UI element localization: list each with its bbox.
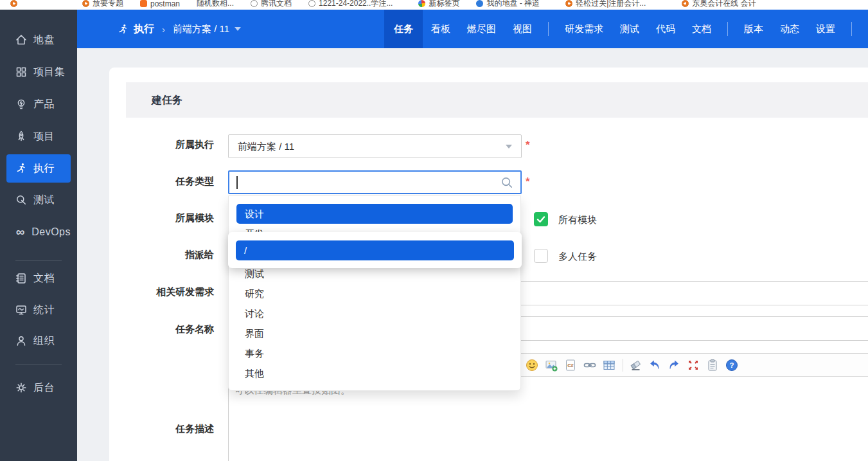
bookmark-item[interactable]: 东奥会计在线 会计 [682,0,756,9]
tab-test[interactable]: 测试 [620,23,639,35]
globe-favicon-icon [251,0,258,7]
breadcrumb-section[interactable]: 执行 [134,23,154,36]
favicon-icon [10,0,17,7]
sidebar-item-label: 地盘 [33,33,55,47]
redo-icon[interactable] [667,358,681,372]
bookmark-label: 新标签页 [429,0,459,9]
people-icon [15,334,28,347]
tab-task[interactable]: 任务 [384,10,423,48]
all-modules-checkbox[interactable] [534,212,548,226]
tab-divider [851,22,852,36]
bookmark-item[interactable]: 放要专题 [82,0,123,9]
all-modules-label: 所有模块 [558,214,597,226]
tab-build[interactable]: 版本 [744,23,763,35]
task-type-input[interactable] [228,170,522,194]
tab-settings[interactable]: 设置 [816,23,835,35]
bookmark-item[interactable]: 1221-24-2022..学注... [308,0,393,9]
sidebar-item-label: 项目集 [33,66,66,79]
tab-doc[interactable]: 文档 [692,23,711,35]
chevron-right-icon: › [162,24,165,35]
search-icon [500,176,514,190]
svg-text:C#: C# [567,362,574,368]
favicon-icon [476,0,483,7]
breadcrumb: 执行 › 前端方案 / 11 [117,10,241,48]
emoticon-icon[interactable] [525,358,539,372]
tab-code[interactable]: 代码 [656,23,675,35]
bookmark-item[interactable]: 我的地盘 - 禅道 [476,0,540,9]
paste-icon[interactable] [705,358,720,372]
monitor-icon [15,303,28,316]
required-asterisk: * [526,176,530,188]
sidebar-divider [15,260,62,261]
check-icon [534,212,548,226]
bookmark-label: 放要专题 [93,0,123,9]
code-icon[interactable]: C# [563,358,578,372]
tab-kanban[interactable]: 看板 [431,23,450,35]
runner-icon [117,23,129,35]
sidebar-item-doc[interactable]: 文档 [6,264,71,293]
bookmark-item[interactable]: 新标签页 [418,0,459,9]
sidebar-item-label: 测试 [33,194,55,207]
execution-select-value: 前端方案 / 11 [238,141,294,152]
image-icon[interactable] [544,358,558,372]
bookmark-label: 腾讯文档 [261,0,292,9]
dropdown-option-study[interactable]: 研究 [229,284,520,303]
zentao-app: 放要专题 postman 随机数相... 腾讯文档 1221-24-2022..… [0,0,868,461]
dropdown-option-root-module[interactable]: / [236,240,514,260]
browser-bookmarks-bar: 放要专题 postman 随机数相... 腾讯文档 1221-24-2022..… [0,0,868,10]
undo-icon[interactable] [648,358,662,372]
navbar-tabs: 任务 看板 燃尽图 视图 研发需求 测试 代码 文档 版本 动态 设置 [384,10,860,48]
field-label-execution: 所属执行 [96,139,214,151]
bookmark-label: 随机数相... [197,0,234,9]
project-switcher[interactable]: 前端方案 / 11 [173,23,229,35]
chevron-down-icon [506,145,512,149]
multi-task-checkbox[interactable] [534,249,548,263]
bookmark-label: 1221-24-2022..学注... [319,0,393,9]
tab-burndown[interactable]: 燃尽图 [467,23,496,35]
sidebar-item-org[interactable]: 组织 [6,327,71,355]
help-icon[interactable]: ? [725,358,739,372]
text-cursor [236,176,238,189]
link-icon[interactable] [583,358,597,372]
field-label-name: 任务名称 [96,323,214,336]
field-label-type: 任务类型 [96,176,214,188]
bookmark-item[interactable] [10,0,21,7]
execution-select[interactable]: 前端方案 / 11 [228,134,522,158]
bookmark-item[interactable]: 腾讯文档 [251,0,292,9]
dropdown-option-discuss[interactable]: 讨论 [229,303,520,323]
multi-task-label: 多人任务 [558,251,597,263]
sidebar-item-label: 统计 [33,303,55,317]
dropdown-option-design[interactable]: 设计 [236,204,513,224]
dropdown-option-affair[interactable]: 事务 [229,343,520,363]
bulb-icon [15,98,28,111]
dropdown-option-misc[interactable]: 其他 [229,363,520,383]
sidebar-item-execution[interactable]: 执行 [6,154,71,183]
sidebar-item-admin[interactable]: 后台 [6,374,71,402]
tab-story[interactable]: 研发需求 [565,23,603,35]
sidebar-item-product[interactable]: 产品 [6,90,71,118]
sidebar-item-report[interactable]: 统计 [6,296,71,324]
table-icon[interactable] [602,358,616,372]
dropdown-option-ui[interactable]: 界面 [229,323,520,343]
tab-view[interactable]: 视图 [513,23,532,35]
favicon-icon [82,0,89,7]
eraser-icon[interactable] [628,358,642,372]
sidebar-item-label: 执行 [33,162,55,176]
form-title-bar: 建任务 [126,82,868,118]
bookmark-item[interactable]: postman [140,0,180,8]
module-dropdown: / [228,232,522,268]
fullscreen-icon[interactable] [686,358,700,372]
sidebar-item-devops[interactable]: ∞ DevOps [6,218,71,246]
bookmark-item[interactable]: 随机数相... [197,0,234,9]
bookmarks-row: 放要专题 postman 随机数相... 腾讯文档 1221-24-2022..… [10,0,773,9]
magnifier-icon [15,194,28,206]
sidebar-item-project[interactable]: 项目 [6,122,71,150]
field-label-story: 相关研发需求 [96,286,214,298]
sidebar-item-program[interactable]: 项目集 [6,58,71,86]
bookmark-item[interactable]: 轻松过关|注册会计... [565,0,646,9]
bookmark-label: 轻松过关|注册会计... [576,0,646,9]
sidebar-item-dashboard[interactable]: 地盘 [6,26,71,54]
tab-dynamic[interactable]: 动态 [780,23,799,35]
sidebar-item-qa[interactable]: 测试 [6,186,71,214]
sidebar: 地盘 项目集 产品 项目 执行 测试 ∞ DevOps 文档 [0,10,77,461]
